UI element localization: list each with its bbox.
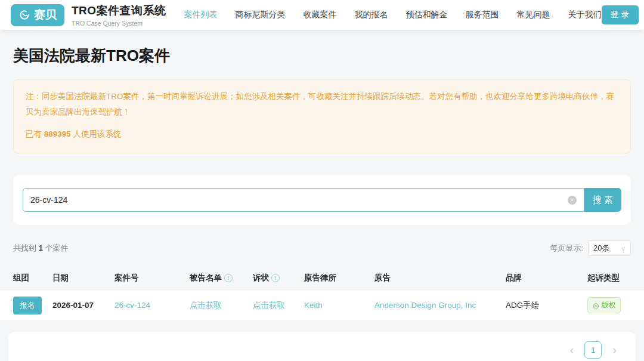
- page-size-value: 20条: [593, 243, 609, 254]
- login-button[interactable]: 登 录: [602, 5, 639, 24]
- col-header-case-type: 起诉类型: [587, 273, 631, 283]
- results-count-prefix: 共找到: [13, 243, 39, 252]
- nav-item-case-list[interactable]: 案件列表: [184, 10, 218, 20]
- col-header-case-no: 案件号: [114, 273, 190, 283]
- nav-item-favorites[interactable]: 收藏案件: [304, 10, 337, 20]
- case-table: 组团 日期 案件号 被告名单 ! 诉状 ! 原告律所 原告 品牌 起诉类型 报名…: [0, 266, 644, 320]
- notice-text: 注：同步美国法院最新TRO案件，第一时间掌握诉讼进展；如您涉及相关案件，可收藏关…: [26, 89, 618, 120]
- clear-search-icon[interactable]: ×: [568, 196, 577, 205]
- results-count-suffix: 个案件: [43, 243, 69, 252]
- notice-count-prefix: 已有: [26, 129, 44, 138]
- copyright-icon: ◎: [593, 301, 599, 310]
- top-header: 赛贝 TRO案件查询系统 TRO Case Query System 案件列表 …: [0, 0, 644, 30]
- col-header-complaint-label: 诉状: [253, 273, 269, 283]
- col-header-defendants: 被告名单 !: [190, 273, 253, 283]
- main-nav: 案件列表 商标尼斯分类 收藏案件 我的报名 预估和解金 服务范围 常见问题 关于…: [184, 10, 602, 20]
- nav-item-settlement-estimate[interactable]: 预估和解金: [406, 10, 448, 20]
- saibei-logo-icon: [18, 9, 30, 21]
- table-row: 报名 2026-01-07 26-cv-124 点击获取 点击获取 Keith …: [0, 291, 644, 320]
- info-icon[interactable]: !: [271, 274, 280, 282]
- results-count: 共找到 1 个案件: [13, 243, 68, 254]
- signup-button[interactable]: 报名: [13, 297, 42, 314]
- col-header-brand: 品牌: [506, 273, 587, 283]
- app-title-block: TRO案件查询系统 TRO Case Query System: [72, 3, 166, 27]
- search-card: × 搜 索: [13, 175, 631, 225]
- search-input[interactable]: [30, 195, 568, 205]
- cell-date: 2026-01-07: [52, 301, 114, 310]
- saibei-logo-text: 赛贝: [34, 7, 57, 23]
- notice-count-suffix: 人使用该系统: [71, 129, 122, 138]
- app-subtitle: TRO Case Query System: [72, 20, 166, 27]
- search-input-wrap: ×: [23, 188, 584, 212]
- col-header-law-firm: 原告律所: [304, 273, 374, 283]
- info-icon[interactable]: !: [224, 274, 233, 282]
- col-header-complaint: 诉状 !: [253, 273, 304, 283]
- complaint-link[interactable]: 点击获取: [253, 300, 304, 311]
- table-header-row: 组团 日期 案件号 被告名单 ! 诉状 ! 原告律所 原告 品牌 起诉类型: [0, 266, 644, 291]
- plaintiff-link[interactable]: Anderson Design Group, Inc: [374, 301, 506, 310]
- pagination-card: ‹ 1 ›: [8, 332, 636, 361]
- page-title: 美国法院最新TRO案件: [13, 45, 631, 66]
- page-size-select[interactable]: 20条 ∨: [588, 240, 631, 256]
- col-header-plaintiff: 原告: [374, 273, 506, 283]
- nav-item-faq[interactable]: 常见问题: [517, 10, 550, 20]
- col-header-date: 日期: [52, 273, 114, 283]
- cell-brand: ADG手绘: [506, 300, 587, 311]
- results-bar: 共找到 1 个案件 每页显示: 20条 ∨: [13, 240, 631, 256]
- nav-item-about[interactable]: 关于我们: [568, 10, 602, 20]
- next-page-icon[interactable]: ›: [612, 344, 617, 356]
- nav-item-my-signups[interactable]: 我的报名: [355, 10, 388, 20]
- law-firm-link[interactable]: Keith: [304, 301, 374, 310]
- case-type-label: 版权: [601, 300, 615, 310]
- notice-user-count: 889395: [44, 129, 71, 138]
- saibei-logo[interactable]: 赛贝: [11, 4, 64, 26]
- search-button[interactable]: 搜 索: [584, 188, 621, 212]
- nav-item-nice-classification[interactable]: 商标尼斯分类: [236, 10, 286, 20]
- app-title: TRO案件查询系统: [72, 3, 166, 18]
- nav-item-services[interactable]: 服务范围: [466, 10, 499, 20]
- col-header-group: 组团: [13, 273, 52, 283]
- page-size-control: 每页显示: 20条 ∨: [550, 240, 631, 256]
- notice-user-count-line: 已有 889395 人使用该系统: [26, 126, 618, 142]
- current-page-button[interactable]: 1: [584, 341, 602, 359]
- main-content: 美国法院最新TRO案件 注：同步美国法院最新TRO案件，第一时间掌握诉讼进展；如…: [0, 45, 644, 256]
- col-header-defendants-label: 被告名单: [190, 273, 222, 283]
- prev-page-icon[interactable]: ‹: [570, 344, 574, 356]
- results-count-number: 1: [39, 243, 43, 252]
- defendants-link[interactable]: 点击获取: [190, 300, 253, 311]
- case-type-badge: ◎ 版权: [587, 297, 621, 313]
- notice-banner: 注：同步美国法院最新TRO案件，第一时间掌握诉讼进展；如您涉及相关案件，可收藏关…: [13, 79, 631, 153]
- page-size-label: 每页显示:: [550, 243, 583, 254]
- case-number-link[interactable]: 26-cv-124: [114, 301, 190, 310]
- chevron-down-icon: ∨: [621, 245, 626, 252]
